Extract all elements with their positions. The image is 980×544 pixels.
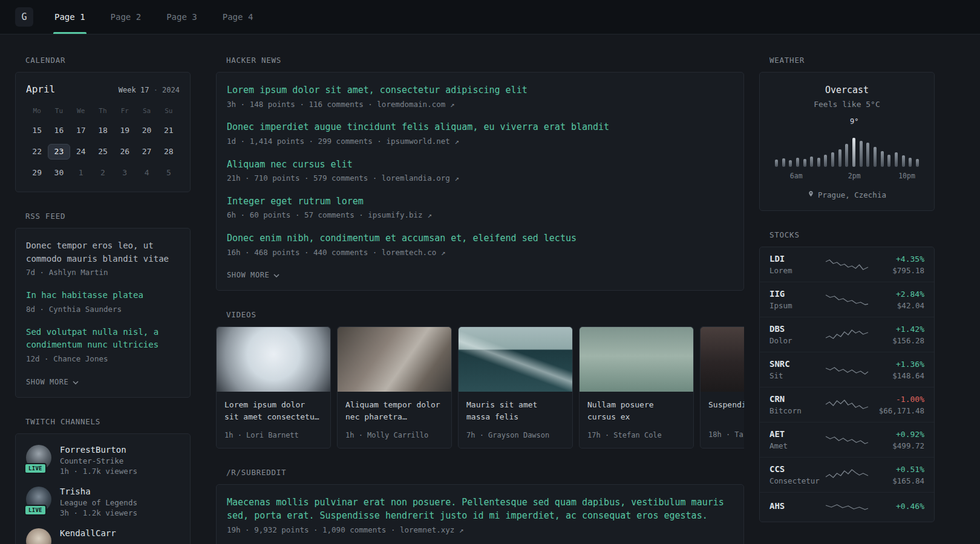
video-title: Lorem ipsum dolor sit amet consectetu… (224, 399, 322, 423)
reddit-post-link[interactable]: Maecenas mollis pulvinar erat non posuer… (227, 496, 733, 523)
weather-condition: Overcast (770, 85, 924, 96)
hn-item-link[interactable]: Donec imperdiet augue tincidunt felis al… (227, 120, 733, 134)
twitch-channel-category: League of Legends (60, 498, 137, 507)
rss-item-link[interactable]: Donec tempor eros leo, ut commodo mauris… (26, 239, 180, 265)
calendar-section-title: CALENDAR (25, 56, 191, 65)
stock-change: +0.46% (869, 502, 924, 511)
stock-price: $42.04 (869, 301, 924, 310)
tab-page-4[interactable]: Page 4 (210, 0, 266, 34)
stock-price: $165.84 (869, 476, 924, 485)
rss-item-meta: 8d · Cynthia Saunders (26, 304, 180, 316)
calendar-month: April (26, 83, 55, 95)
stock-row[interactable]: CCS Consectetur +0.51% $165.84 (760, 457, 934, 492)
stock-row[interactable]: AET Amet +0.92% $499.72 (760, 422, 934, 457)
video-card[interactable]: Mauris sit amet massa felis 7h · Grayson… (458, 326, 573, 448)
calendar-day: 24 (70, 144, 92, 160)
weather-hour-label: 10pm (898, 172, 915, 180)
stock-name: Lorem (769, 266, 825, 275)
stock-symbol: IIG (769, 289, 825, 299)
weather-bar (782, 158, 785, 167)
calendar-day: 16 (48, 123, 70, 138)
video-card[interactable]: Lorem ipsum dolor sit amet consectetu… 1… (216, 326, 331, 448)
tab-page-1[interactable]: Page 1 (42, 0, 98, 34)
stock-change: +2.84% (869, 290, 924, 299)
hn-item-link[interactable]: Aliquam nec cursus elit (227, 158, 733, 172)
hn-item-link[interactable]: Integer eget rutrum lorem (227, 195, 733, 209)
stock-row[interactable]: IIG Ipsum +2.84% $42.04 (760, 282, 934, 317)
weather-bar (824, 155, 827, 167)
weather-bar (895, 152, 898, 167)
calendar-day: 15 (26, 123, 48, 138)
hackernews-card: Lorem ipsum dolor sit amet, consectetur … (216, 72, 744, 291)
stocks-widget: STOCKS LDI Lorem +4.35% $795.18 (759, 230, 935, 522)
twitch-channel-category: Counter-Strike (60, 456, 137, 465)
stock-row[interactable]: LDI Lorem +4.35% $795.18 (760, 247, 934, 282)
weather-bar (866, 143, 869, 167)
hn-item-link[interactable]: Donec enim nibh, condimentum et accumsan… (227, 232, 733, 245)
twitch-channel-name: KendallCarr (60, 528, 116, 538)
stock-name: Consectetur (769, 476, 825, 485)
calendar-day-next-month: 2 (92, 165, 114, 181)
hn-item: Donec enim nibh, condimentum et accumsan… (227, 232, 733, 258)
hn-show-more-button[interactable]: SHOW MORE (227, 271, 279, 279)
weather-hour-label: 6am (790, 172, 803, 180)
calendar-day-next-month: 5 (158, 165, 180, 181)
weather-bar (831, 152, 834, 167)
video-card[interactable]: Nullam posuere cursus ex 17h · Stefan Co… (579, 326, 694, 448)
calendar-day: 17 (70, 123, 92, 138)
weather-bar (916, 159, 919, 167)
stock-sparkline (825, 499, 869, 515)
calendar-day: 21 (158, 123, 180, 138)
stock-sparkline (825, 292, 869, 308)
stock-symbol: DBS (769, 324, 825, 334)
stock-change: +0.92% (869, 430, 924, 439)
videos-section-title: VIDEOS (226, 310, 744, 319)
hn-item-link[interactable]: Lorem ipsum dolor sit amet, consectetur … (227, 83, 733, 97)
weekday-label: Sa (136, 105, 157, 117)
weather-bar (860, 141, 863, 167)
weekday-label: Th (92, 105, 114, 117)
hn-item: Aliquam nec cursus elit 21h · 710 points… (227, 158, 733, 184)
rss-widget: RSS FEED Donec tempor eros leo, ut commo… (15, 212, 191, 398)
twitch-channel-row[interactable]: LIVE Trisha League of Legends 3h · 1.2k … (26, 487, 180, 517)
weekday-label: Su (158, 105, 180, 117)
twitch-channel-row[interactable]: LIVE KendallCarr (26, 528, 180, 544)
video-card[interactable]: Suspendisse diam 18h · Tara (700, 326, 744, 448)
calendar-day: 25 (92, 144, 114, 160)
stock-price: $156.28 (869, 336, 924, 345)
weather-bar (810, 157, 813, 167)
subreddit-widget: /R/SUBREDDIT Maecenas mollis pulvinar er… (216, 468, 744, 544)
twitch-channel-meta: 3h · 1.2k viewers (60, 508, 137, 517)
rss-show-more-button[interactable]: SHOW MORE (26, 378, 79, 386)
rss-item-link[interactable]: Sed volutpat nulla nisl, a condimentum n… (26, 326, 180, 352)
reddit-post: Maecenas mollis pulvinar erat non posuer… (227, 496, 733, 536)
stock-price: $795.18 (869, 266, 924, 275)
stock-row[interactable]: DBS Dolor +1.42% $156.28 (760, 317, 934, 352)
video-thumbnail (701, 327, 744, 392)
stock-row[interactable]: AHS +0.46% (760, 492, 934, 522)
rss-item-meta: 7d · Ashlyn Martin (26, 267, 180, 279)
twitch-channel-row[interactable]: LIVE ForrestBurton Counter-Strike 1h · 1… (26, 445, 180, 476)
video-thumbnail (338, 327, 451, 392)
stock-row[interactable]: SNRC Sit +1.36% $148.64 (760, 352, 934, 387)
hn-item-meta: 3h · 148 points · 116 comments · loremdo… (227, 99, 733, 111)
tab-page-3[interactable]: Page 3 (154, 0, 210, 34)
tab-page-2[interactable]: Page 2 (98, 0, 154, 34)
stock-sparkline (825, 362, 869, 378)
weather-section-title: WEATHER (769, 56, 935, 65)
videos-widget: VIDEOS Lorem ipsum dolor sit amet consec… (216, 310, 744, 448)
weather-bar (803, 159, 806, 167)
twitch-channel-meta: 1h · 1.7k viewers (60, 467, 137, 476)
hn-item: Integer eget rutrum lorem 6h · 60 points… (227, 195, 733, 221)
stocks-card: LDI Lorem +4.35% $795.18 IIG Ipsum (759, 247, 935, 522)
video-meta: 1h · Molly Carrillo (345, 431, 443, 439)
video-card[interactable]: Aliquam tempor dolor nec pharetra… 1h · … (337, 326, 452, 448)
video-row: Lorem ipsum dolor sit amet consectetu… 1… (216, 326, 744, 448)
video-title: Mauris sit amet massa felis (466, 399, 564, 423)
rss-item-link[interactable]: In hac habitasse platea (26, 289, 180, 302)
page-tabs: Page 1 Page 2 Page 3 Page 4 (42, 0, 266, 34)
video-meta: 7h · Grayson Dawson (466, 431, 564, 439)
chevron-down-icon (273, 271, 279, 279)
stock-row[interactable]: CRN Bitcorn -1.00% $66,171.48 (760, 387, 934, 422)
stock-price: $148.64 (869, 371, 924, 380)
